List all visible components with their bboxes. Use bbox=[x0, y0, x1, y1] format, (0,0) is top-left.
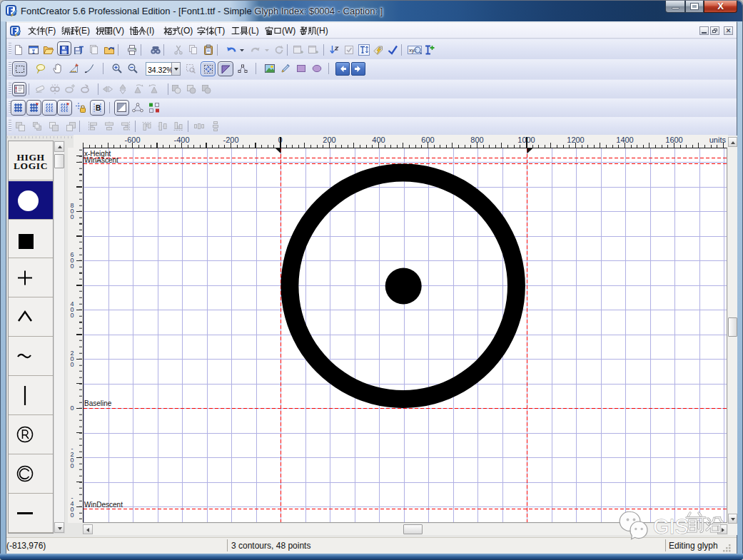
svg-text:B: B bbox=[96, 104, 101, 112]
